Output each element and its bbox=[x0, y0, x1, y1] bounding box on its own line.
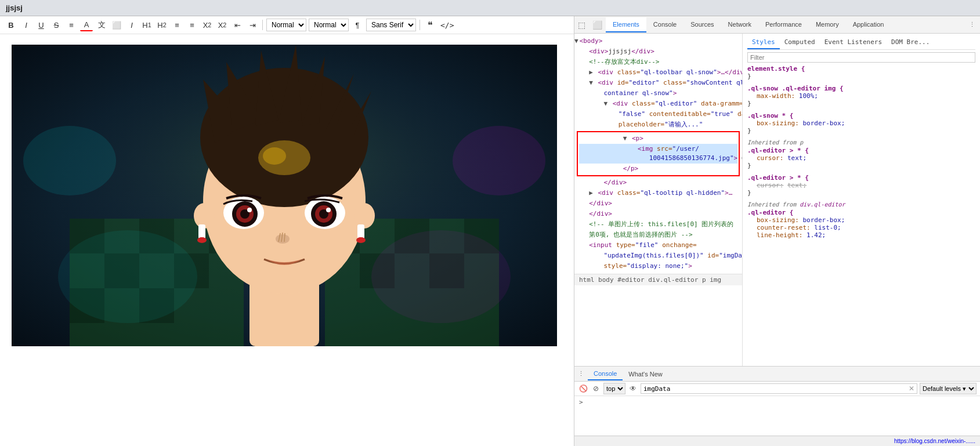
console-clear-input-icon[interactable]: ✕ bbox=[909, 385, 914, 393]
h2-button[interactable]: H2 bbox=[156, 19, 168, 31]
ql-editor-main-selector: .ql-editor { bbox=[747, 209, 975, 216]
dom-line-img[interactable]: <img src="/user/ 10041586850136774.jpg">… bbox=[579, 144, 737, 164]
subscript-button[interactable]: X2 bbox=[201, 19, 214, 31]
tab-performance[interactable]: Performance bbox=[758, 17, 809, 32]
strikethrough-button[interactable]: S bbox=[50, 19, 63, 31]
tab-whats-new[interactable]: What's New bbox=[623, 368, 668, 380]
console-eye-icon[interactable]: 👁 bbox=[628, 383, 638, 394]
quote-button[interactable]: ❝ bbox=[424, 19, 436, 31]
console-top-select[interactable]: top bbox=[603, 383, 625, 394]
tab-elements[interactable]: Elements bbox=[606, 17, 646, 32]
italic2-button[interactable]: I bbox=[125, 19, 138, 31]
svg-point-37 bbox=[326, 208, 331, 212]
console-stop-icon[interactable]: ⊘ bbox=[591, 383, 601, 394]
prop-val: list-0; bbox=[814, 224, 841, 231]
tab-computed[interactable]: Computed bbox=[780, 36, 820, 49]
dom-red-box: ▼ <p> <img src="/user/ 10041586850136774… bbox=[577, 131, 740, 176]
console-filter-input[interactable] bbox=[643, 385, 909, 393]
devtools-device-icon[interactable]: ⬜ bbox=[589, 18, 606, 32]
console-dots[interactable]: ⋮ bbox=[574, 368, 588, 380]
tab-event-listeners[interactable]: Event Listeners bbox=[820, 36, 887, 49]
devtools-settings-icon[interactable]: ⋮ bbox=[964, 19, 980, 31]
ol-button[interactable]: ≡ bbox=[186, 19, 198, 31]
align-right-button[interactable]: ⇥ bbox=[246, 19, 259, 31]
console-clear-icon[interactable]: 🚫 bbox=[578, 383, 588, 394]
paragraph-button[interactable]: ¶ bbox=[351, 19, 364, 31]
dom-line: ▼<body> bbox=[574, 36, 742, 46]
ql-snow-img-selector: .ql-snow .ql-editor img { bbox=[747, 85, 975, 92]
console-prompt[interactable]: > bbox=[574, 396, 980, 408]
rule-close: } bbox=[747, 162, 975, 169]
italic-button[interactable]: I bbox=[20, 19, 32, 31]
editor-content[interactable] bbox=[0, 34, 574, 446]
console-level-select[interactable]: Default levels ▾ bbox=[920, 383, 977, 394]
dom-line: <!-- 单图片上传: this.files[0] 图片列表的 bbox=[574, 219, 742, 230]
svg-point-47 bbox=[356, 237, 366, 243]
dom-line: ▼ <div id="editor" class="showContent ql… bbox=[574, 78, 742, 88]
tab-styles[interactable]: Styles bbox=[747, 36, 780, 49]
rule-close: } bbox=[747, 127, 975, 135]
ql-editor-prop-2: counter-reset: list-0; bbox=[747, 224, 975, 231]
dom-line: ▼ <div class="ql-editor" data-gramm= bbox=[574, 99, 742, 109]
element-style-selector: element.style { bbox=[747, 65, 975, 72]
svg-point-27 bbox=[263, 147, 286, 165]
tab-console-bottom[interactable]: Console bbox=[588, 368, 623, 380]
code-button[interactable]: </> bbox=[439, 19, 455, 31]
console-toolbar: 🚫 ⊘ top 👁 ✕ Default levels ▾ bbox=[574, 382, 980, 396]
status-url: https://blog.csdn.net/weixin-...... bbox=[894, 438, 975, 444]
prop-val: 100%; bbox=[799, 92, 818, 100]
dom-breadcrumb: html body #editor div.ql-editor p img bbox=[574, 274, 742, 285]
dom-line: <input type="file" onchange= bbox=[574, 240, 742, 251]
svg-point-52 bbox=[453, 126, 545, 195]
image-button[interactable]: ⬜ bbox=[110, 19, 123, 31]
devtools-dom-side: ▼<body> <div>jjsjsj</div> <!--存放富文本div--… bbox=[574, 34, 743, 366]
dom-line: </div> bbox=[574, 177, 742, 188]
toolbar-divider2 bbox=[420, 20, 420, 30]
indent-button[interactable]: ≡ bbox=[65, 19, 78, 31]
prop-name-strikethrough: cursor: bbox=[757, 182, 783, 189]
svg-point-18 bbox=[200, 68, 368, 207]
format-select-2[interactable]: Normal bbox=[309, 19, 349, 31]
styles-panel: Styles Computed Event Listeners DOM Bre.… bbox=[743, 34, 980, 366]
font-color-button[interactable]: A bbox=[80, 19, 93, 31]
ql-editor-all-selector: .ql-editor > * { bbox=[747, 147, 975, 154]
font-select[interactable]: Sans Serif bbox=[366, 19, 416, 31]
tab-sources[interactable]: Sources bbox=[684, 17, 721, 32]
dom-line: "updateImg(this.files[0])" id="imgData" bbox=[574, 251, 742, 261]
page-title: jjsjsj bbox=[6, 3, 23, 12]
tab-console[interactable]: Console bbox=[646, 17, 684, 32]
rule-close: } bbox=[747, 189, 975, 197]
font-bg-button[interactable]: 文 bbox=[95, 19, 108, 31]
dom-line: container ql-snow"> bbox=[574, 88, 742, 99]
prop-val: 1.42; bbox=[807, 231, 826, 239]
dom-line: ▶ <div class="ql-tooltip ql-hidden">… bbox=[574, 188, 742, 198]
svg-point-43 bbox=[354, 203, 375, 229]
rule-close: } bbox=[747, 100, 975, 107]
svg-point-49 bbox=[58, 230, 197, 323]
superscript-button[interactable]: X2 bbox=[216, 19, 229, 31]
tab-network[interactable]: Network bbox=[721, 17, 758, 32]
ul-button[interactable]: ≡ bbox=[171, 19, 183, 31]
tab-memory[interactable]: Memory bbox=[809, 17, 846, 32]
align-left-button[interactable]: ⇤ bbox=[231, 19, 244, 31]
dom-line: style="display: none;"> bbox=[574, 261, 742, 271]
prop-name: max-width: bbox=[757, 92, 795, 100]
h1-button[interactable]: H1 bbox=[140, 19, 153, 31]
editor-toolbar: B I U S ≡ A 文 ⬜ I H1 H2 ≡ ≡ X2 X2 ⇤ ⇥ No… bbox=[0, 16, 574, 34]
ql-editor-main-rule: .ql-editor { box-sizing: border-box; cou… bbox=[747, 209, 975, 239]
devtools-inspect-icon[interactable]: ⬚ bbox=[574, 18, 589, 32]
ql-editor-prop-3: line-height: 1.42; bbox=[747, 231, 975, 239]
dom-line: <!--存放富文本div--> bbox=[574, 57, 742, 67]
format-select-1[interactable]: Normal bbox=[266, 19, 306, 31]
prop-name: line-height: bbox=[757, 231, 802, 239]
underline-button[interactable]: U bbox=[35, 19, 48, 31]
bold-button[interactable]: B bbox=[5, 19, 17, 31]
console-input-wrap: ✕ bbox=[641, 383, 917, 394]
dom-tree[interactable]: ▼<body> <div>jjsjsj</div> <!--存放富文本div--… bbox=[574, 34, 743, 274]
tab-dom-breakpoints[interactable]: DOM Bre... bbox=[887, 36, 934, 49]
filter-input[interactable] bbox=[750, 54, 972, 61]
console-tabs: ⋮ Console What's New bbox=[574, 367, 980, 382]
svg-point-45 bbox=[197, 237, 207, 243]
svg-point-32 bbox=[247, 208, 252, 212]
tab-application[interactable]: Application bbox=[846, 17, 891, 32]
